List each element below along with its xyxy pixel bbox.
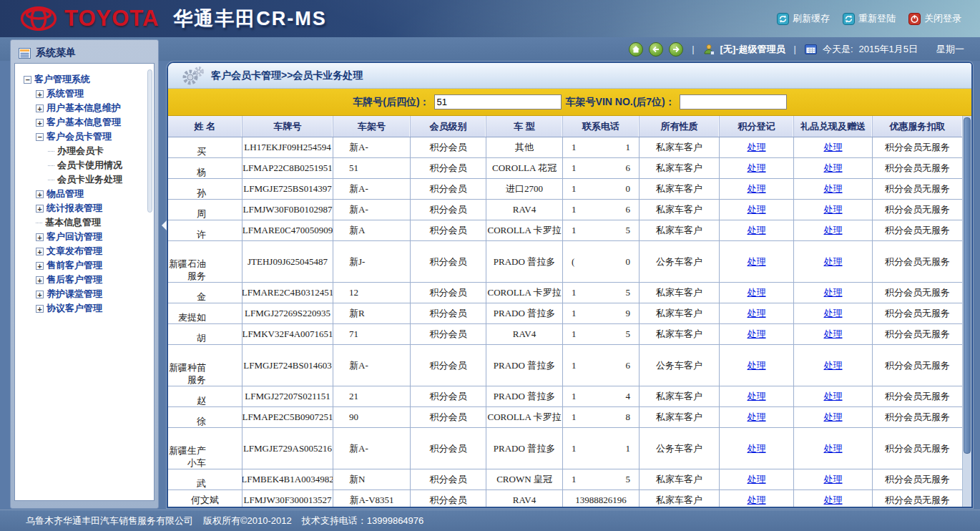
sidebar-item-售后客户管理[interactable]: +售后客户管理 bbox=[22, 273, 151, 287]
column-header: 优惠服务扣取 bbox=[873, 116, 962, 137]
expand-node-icon[interactable]: + bbox=[36, 119, 44, 127]
cell-discount-service: 积分会员无服务 bbox=[873, 469, 962, 489]
cell-name: 麦提如 bbox=[168, 303, 242, 323]
cell-phone: 16 bbox=[563, 200, 640, 220]
points-process-link[interactable]: 处理 bbox=[748, 328, 766, 341]
expand-node-icon[interactable]: + bbox=[36, 190, 44, 198]
expand-node-icon[interactable]: + bbox=[36, 291, 44, 298]
cell-plate-no: LFMGJE725BS014397 bbox=[242, 179, 333, 199]
expand-node-icon[interactable]: + bbox=[36, 276, 44, 284]
gift-process-link[interactable]: 处理 bbox=[824, 328, 843, 341]
gift-process-link[interactable]: 处理 bbox=[824, 442, 843, 455]
gift-process-link[interactable]: 处理 bbox=[824, 307, 843, 320]
expand-node-icon[interactable]: + bbox=[36, 233, 44, 241]
points-process-link[interactable]: 处理 bbox=[748, 473, 766, 486]
gift-process-link[interactable]: 处理 bbox=[824, 390, 843, 403]
home-button[interactable] bbox=[629, 42, 643, 57]
refresh-cache-button[interactable]: 刷新缓存 bbox=[777, 12, 830, 25]
cell-chassis-no: 新A- bbox=[333, 345, 411, 386]
cell-phone: (0 bbox=[563, 241, 640, 282]
cell-discount-service: 积分会员无服务 bbox=[873, 200, 962, 220]
sidebar-item-会员卡使用情况[interactable]: 会员卡使用情况 bbox=[22, 158, 151, 172]
cell-car-model: COROLLA 花冠 bbox=[486, 158, 563, 178]
plate-search-input[interactable] bbox=[434, 94, 562, 109]
expand-node-icon[interactable]: + bbox=[36, 104, 44, 112]
expand-node-icon[interactable]: + bbox=[36, 305, 44, 313]
points-process-link[interactable]: 处理 bbox=[748, 442, 766, 455]
back-button[interactable] bbox=[649, 42, 663, 57]
sidebar-item-客户管理系统[interactable]: −客户管理系统 bbox=[22, 72, 151, 87]
column-header: 姓 名 bbox=[168, 116, 242, 137]
cell-phone: 11 bbox=[563, 428, 640, 469]
sidebar-collapse-arrow[interactable] bbox=[162, 220, 167, 230]
sidebar-item-用户基本信息维护[interactable]: +用户基本信息维护 bbox=[22, 101, 151, 115]
points-process-link[interactable]: 处理 bbox=[748, 203, 766, 216]
gift-process-link[interactable]: 处理 bbox=[824, 224, 843, 237]
cell-chassis-no: 51 bbox=[333, 158, 411, 178]
sidebar-item-售前客户管理[interactable]: +售前客户管理 bbox=[22, 258, 151, 273]
cell-member-level: 积分会员 bbox=[411, 200, 486, 220]
points-process-link[interactable]: 处理 bbox=[748, 224, 766, 237]
sidebar-item-会员卡业务处理[interactable]: 会员卡业务处理 bbox=[22, 172, 151, 187]
cell-owner-type: 私家车客户 bbox=[640, 283, 720, 303]
sidebar-item-文章发布管理[interactable]: +文章发布管理 bbox=[22, 244, 151, 258]
cell-name: 新疆石油服务 bbox=[168, 241, 242, 282]
cell-phone: 15 bbox=[563, 283, 640, 303]
sidebar-item-客户会员卡管理[interactable]: −客户会员卡管理 bbox=[22, 130, 151, 144]
points-process-link[interactable]: 处理 bbox=[748, 182, 766, 195]
cell-name: 新疆种苗服务 bbox=[168, 345, 242, 386]
sidebar-item-label: 售后客户管理 bbox=[46, 273, 102, 286]
collapse-node-icon[interactable]: − bbox=[24, 76, 31, 84]
points-process-link[interactable]: 处理 bbox=[748, 307, 766, 320]
top-brand-bar: TOYOTA 华通丰田CR-MS 刷新缓存 重新登陆 bbox=[0, 0, 980, 37]
gift-process-link[interactable]: 处理 bbox=[824, 411, 843, 424]
sidebar-item-协议客户管理[interactable]: +协议客户管理 bbox=[22, 301, 151, 316]
gift-process-link[interactable]: 处理 bbox=[824, 141, 843, 154]
sidebar-item-客户基本信息管理[interactable]: +客户基本信息管理 bbox=[22, 115, 151, 130]
sidebar-item-物品管理[interactable]: +物品管理 bbox=[22, 187, 151, 201]
gift-process-link[interactable]: 处理 bbox=[824, 203, 843, 216]
sidebar-header: 系统菜单 bbox=[14, 43, 155, 63]
gift-process-link[interactable]: 处理 bbox=[824, 162, 843, 175]
gift-process-link[interactable]: 处理 bbox=[824, 494, 843, 507]
cell-name: 杨 bbox=[168, 158, 242, 178]
sidebar-item-统计报表管理[interactable]: +统计报表管理 bbox=[22, 201, 151, 215]
scrollbar-thumb[interactable] bbox=[964, 117, 971, 454]
points-process-link[interactable]: 处理 bbox=[748, 359, 766, 372]
points-process-link[interactable]: 处理 bbox=[748, 286, 766, 299]
points-process-link[interactable]: 处理 bbox=[748, 255, 766, 268]
logout-button[interactable]: 关闭登录 bbox=[908, 12, 961, 25]
expand-node-icon[interactable]: + bbox=[36, 205, 44, 213]
forward-button[interactable] bbox=[669, 42, 683, 57]
points-process-link[interactable]: 处理 bbox=[748, 494, 766, 507]
table-scrollbar[interactable] bbox=[962, 116, 971, 507]
sidebar-item-系统管理[interactable]: +系统管理 bbox=[22, 87, 151, 101]
sidebar: 系统菜单 −客户管理系统+系统管理+用户基本信息维护+客户基本信息管理−客户会员… bbox=[10, 39, 159, 509]
points-process-link[interactable]: 处理 bbox=[748, 390, 766, 403]
sidebar-item-办理会员卡[interactable]: 办理会员卡 bbox=[22, 144, 151, 158]
points-process-link[interactable]: 处理 bbox=[748, 141, 766, 154]
table-row: 孙LFMGJE725BS014397新A-积分会员进口270010私家车客户处理… bbox=[168, 179, 962, 200]
points-process-link[interactable]: 处理 bbox=[748, 411, 766, 424]
expand-node-icon[interactable]: + bbox=[36, 262, 44, 270]
gift-process-link[interactable]: 处理 bbox=[824, 182, 843, 195]
vin-search-input[interactable] bbox=[680, 94, 787, 109]
expand-node-icon[interactable]: + bbox=[36, 248, 44, 255]
collapse-node-icon[interactable]: − bbox=[36, 133, 44, 141]
gift-process-link[interactable]: 处理 bbox=[824, 286, 843, 299]
cell-name: 新疆生产小车 bbox=[168, 428, 242, 469]
cell-chassis-no: 新A- bbox=[333, 137, 411, 157]
gift-process-link[interactable]: 处理 bbox=[824, 359, 843, 372]
points-process-link[interactable]: 处理 bbox=[748, 162, 766, 175]
cell-owner-type: 私家车客户 bbox=[640, 469, 720, 489]
gift-process-link[interactable]: 处理 bbox=[824, 255, 843, 268]
menu-icon bbox=[19, 48, 31, 59]
sidebar-item-养护课堂管理[interactable]: +养护课堂管理 bbox=[22, 287, 151, 301]
sidebar-item-客户回访管理[interactable]: +客户回访管理 bbox=[22, 230, 151, 244]
sidebar-scrollbar[interactable] bbox=[147, 69, 152, 213]
gift-process-link[interactable]: 处理 bbox=[824, 473, 843, 486]
relogin-button[interactable]: 重新登陆 bbox=[843, 12, 896, 25]
cell-points-register: 处理 bbox=[720, 137, 794, 157]
expand-node-icon[interactable]: + bbox=[36, 90, 44, 98]
sidebar-item-基本信息管理[interactable]: 基本信息管理 bbox=[22, 215, 151, 230]
